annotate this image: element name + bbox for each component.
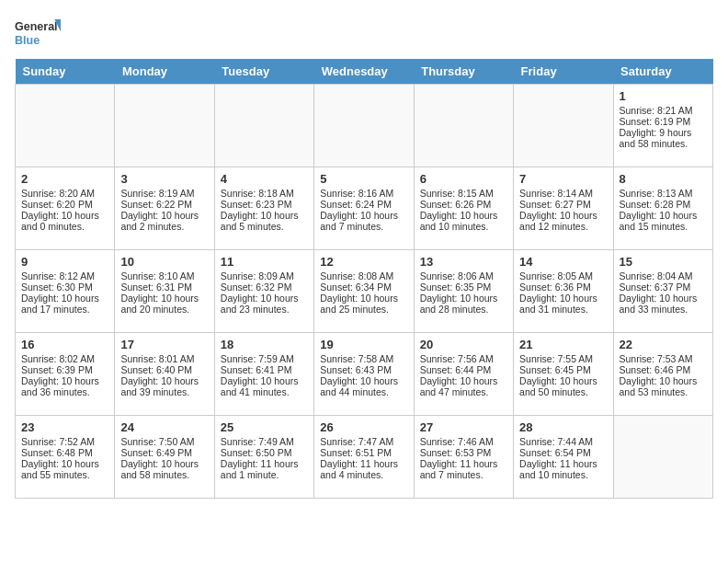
calendar-cell: 6Sunrise: 8:15 AMSunset: 6:26 PMDaylight… (414, 167, 513, 250)
calendar-cell (16, 85, 115, 167)
calendar-week-row: 9Sunrise: 8:12 AMSunset: 6:30 PMDaylight… (16, 250, 713, 333)
calendar-cell (115, 85, 214, 167)
calendar-cell: 1Sunrise: 8:21 AMSunset: 6:19 PMDaylight… (613, 85, 712, 167)
day-number: 10 (120, 255, 208, 269)
day-number: 14 (519, 255, 607, 269)
calendar-cell: 16Sunrise: 8:02 AMSunset: 6:39 PMDayligh… (16, 333, 115, 416)
calendar-cell: 18Sunrise: 7:59 AMSunset: 6:41 PMDayligh… (214, 333, 313, 416)
calendar-cell (613, 416, 712, 499)
calendar-cell: 8Sunrise: 8:13 AMSunset: 6:28 PMDaylight… (613, 167, 712, 250)
day-number: 28 (519, 420, 607, 434)
calendar-cell: 19Sunrise: 7:58 AMSunset: 6:43 PMDayligh… (314, 333, 414, 416)
calendar-week-row: 1Sunrise: 8:21 AMSunset: 6:19 PMDaylight… (16, 85, 713, 167)
day-number: 3 (120, 172, 208, 186)
calendar-cell: 21Sunrise: 7:55 AMSunset: 6:45 PMDayligh… (514, 333, 613, 416)
day-number: 22 (620, 338, 707, 351)
calendar-week-row: 2Sunrise: 8:20 AMSunset: 6:20 PMDaylight… (16, 167, 713, 250)
day-number: 4 (221, 172, 308, 186)
day-of-week-header: Wednesday (314, 59, 414, 85)
calendar-cell: 26Sunrise: 7:47 AMSunset: 6:51 PMDayligh… (314, 416, 414, 499)
day-number: 26 (320, 420, 407, 434)
logo: General Blue (15, 15, 61, 52)
day-number: 21 (519, 338, 607, 351)
calendar-cell: 2Sunrise: 8:20 AMSunset: 6:20 PMDaylight… (16, 167, 115, 250)
calendar-cell: 28Sunrise: 7:44 AMSunset: 6:54 PMDayligh… (514, 416, 613, 499)
day-number: 12 (320, 255, 407, 269)
day-number: 11 (221, 255, 308, 269)
day-number: 7 (519, 172, 607, 186)
svg-text:Blue: Blue (15, 34, 40, 47)
day-of-week-header: Thursday (414, 59, 513, 85)
calendar-cell: 14Sunrise: 8:05 AMSunset: 6:36 PMDayligh… (514, 250, 613, 333)
calendar-table: SundayMondayTuesdayWednesdayThursdayFrid… (15, 59, 713, 499)
calendar-cell: 10Sunrise: 8:10 AMSunset: 6:31 PMDayligh… (115, 250, 214, 333)
day-number: 13 (420, 255, 507, 269)
calendar-cell: 25Sunrise: 7:49 AMSunset: 6:50 PMDayligh… (214, 416, 313, 499)
day-number: 15 (620, 255, 707, 269)
day-of-week-header: Saturday (613, 59, 712, 85)
calendar-cell: 15Sunrise: 8:04 AMSunset: 6:37 PMDayligh… (613, 250, 712, 333)
day-number: 25 (221, 420, 308, 434)
calendar-cell: 20Sunrise: 7:56 AMSunset: 6:44 PMDayligh… (414, 333, 513, 416)
calendar-week-row: 23Sunrise: 7:52 AMSunset: 6:48 PMDayligh… (16, 416, 713, 499)
calendar-cell: 5Sunrise: 8:16 AMSunset: 6:24 PMDaylight… (314, 167, 414, 250)
calendar-header-row: SundayMondayTuesdayWednesdayThursdayFrid… (16, 59, 713, 85)
day-number: 8 (620, 172, 707, 186)
day-number: 23 (21, 420, 108, 434)
calendar-cell: 3Sunrise: 8:19 AMSunset: 6:22 PMDaylight… (115, 167, 214, 250)
calendar-cell: 13Sunrise: 8:06 AMSunset: 6:35 PMDayligh… (414, 250, 513, 333)
calendar-week-row: 16Sunrise: 8:02 AMSunset: 6:39 PMDayligh… (16, 333, 713, 416)
calendar-cell: 17Sunrise: 8:01 AMSunset: 6:40 PMDayligh… (115, 333, 214, 416)
svg-text:General: General (15, 21, 58, 34)
day-of-week-header: Monday (115, 59, 214, 85)
page-header: General Blue (15, 15, 713, 52)
calendar-cell: 4Sunrise: 8:18 AMSunset: 6:23 PMDaylight… (214, 167, 313, 250)
calendar-cell (314, 85, 414, 167)
calendar-cell: 12Sunrise: 8:08 AMSunset: 6:34 PMDayligh… (314, 250, 414, 333)
calendar-cell: 11Sunrise: 8:09 AMSunset: 6:32 PMDayligh… (214, 250, 313, 333)
day-number: 9 (21, 255, 108, 269)
day-number: 20 (420, 338, 507, 351)
calendar-cell (214, 85, 313, 167)
logo-svg: General Blue (15, 15, 61, 52)
calendar-cell: 7Sunrise: 8:14 AMSunset: 6:27 PMDaylight… (514, 167, 613, 250)
day-number: 6 (420, 172, 507, 186)
day-number: 2 (21, 172, 108, 186)
day-number: 19 (320, 338, 407, 351)
calendar-cell: 9Sunrise: 8:12 AMSunset: 6:30 PMDaylight… (16, 250, 115, 333)
day-number: 17 (120, 338, 208, 351)
calendar-cell: 24Sunrise: 7:50 AMSunset: 6:49 PMDayligh… (115, 416, 214, 499)
day-of-week-header: Tuesday (214, 59, 313, 85)
calendar-body: 1Sunrise: 8:21 AMSunset: 6:19 PMDaylight… (16, 85, 713, 499)
day-number: 16 (21, 338, 108, 351)
day-of-week-header: Friday (514, 59, 613, 85)
calendar-cell: 23Sunrise: 7:52 AMSunset: 6:48 PMDayligh… (16, 416, 115, 499)
calendar-cell: 22Sunrise: 7:53 AMSunset: 6:46 PMDayligh… (613, 333, 712, 416)
calendar-cell (414, 85, 513, 167)
day-number: 27 (420, 420, 507, 434)
day-number: 24 (120, 420, 208, 434)
day-of-week-header: Sunday (16, 59, 115, 85)
calendar-cell (514, 85, 613, 167)
calendar-cell: 27Sunrise: 7:46 AMSunset: 6:53 PMDayligh… (414, 416, 513, 499)
day-number: 5 (320, 172, 407, 186)
day-number: 1 (620, 89, 707, 103)
day-number: 18 (221, 338, 308, 351)
